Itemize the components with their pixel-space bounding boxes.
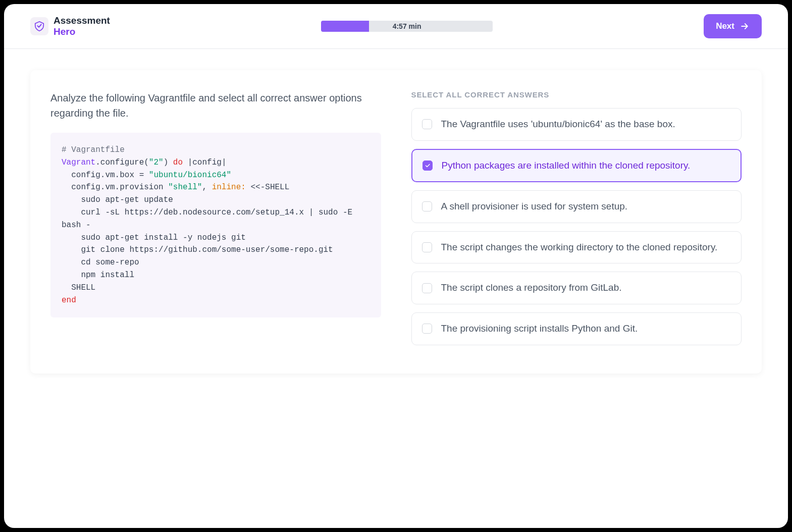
answers-pane: SELECT ALL CORRECT ANSWERS The Vagrantfi… xyxy=(411,90,742,353)
next-button-label: Next xyxy=(716,21,734,31)
app-frame: Assessment Hero 4:57 min Next Analyze th… xyxy=(4,4,788,528)
checkbox-icon xyxy=(422,242,432,252)
question-prompt: Analyze the following Vagrantfile and se… xyxy=(50,90,381,121)
checkbox-icon xyxy=(423,161,433,171)
checkbox-icon xyxy=(422,324,432,334)
checkbox-icon xyxy=(422,201,432,211)
options-list: The Vagrantfile uses 'ubuntu/bionic64' a… xyxy=(411,108,742,345)
answers-heading: SELECT ALL CORRECT ANSWERS xyxy=(411,90,742,99)
answer-option-5[interactable]: The provisioning script installs Python … xyxy=(411,312,742,345)
main-content: Analyze the following Vagrantfile and se… xyxy=(4,49,788,395)
arrow-right-icon xyxy=(740,21,750,31)
timer-label: 4:57 min xyxy=(321,22,493,30)
answer-option-label: A shell provisioner is used for system s… xyxy=(441,200,628,214)
next-button[interactable]: Next xyxy=(704,14,762,38)
app-header: Assessment Hero 4:57 min Next xyxy=(4,4,788,49)
brand: Assessment Hero xyxy=(30,15,110,37)
brand-line2: Hero xyxy=(54,26,110,37)
answer-option-label: The script clones a repository from GitL… xyxy=(441,281,622,295)
code-block: # Vagrantfile Vagrant.configure("2") do … xyxy=(50,133,381,317)
progress-bar: 4:57 min xyxy=(321,21,493,32)
brand-line1: Assessment xyxy=(54,15,110,26)
checkbox-icon xyxy=(422,119,432,129)
brand-text: Assessment Hero xyxy=(54,15,110,37)
question-pane: Analyze the following Vagrantfile and se… xyxy=(50,90,381,353)
checkbox-icon xyxy=(422,283,432,293)
answer-option-3[interactable]: The script changes the working directory… xyxy=(411,231,742,264)
answer-option-label: The Vagrantfile uses 'ubuntu/bionic64' a… xyxy=(441,118,675,131)
answer-option-label: Python packages are installed within the… xyxy=(442,159,691,173)
brand-icon xyxy=(30,17,48,35)
answer-option-4[interactable]: The script clones a repository from GitL… xyxy=(411,272,742,304)
answer-option-label: The provisioning script installs Python … xyxy=(441,322,638,336)
answer-option-1[interactable]: Python packages are installed within the… xyxy=(411,149,742,183)
answer-option-label: The script changes the working directory… xyxy=(441,241,718,254)
answer-option-0[interactable]: The Vagrantfile uses 'ubuntu/bionic64' a… xyxy=(411,108,742,141)
question-card: Analyze the following Vagrantfile and se… xyxy=(30,70,762,374)
shield-check-icon xyxy=(34,21,45,32)
check-icon xyxy=(425,163,431,169)
answer-option-2[interactable]: A shell provisioner is used for system s… xyxy=(411,190,742,223)
